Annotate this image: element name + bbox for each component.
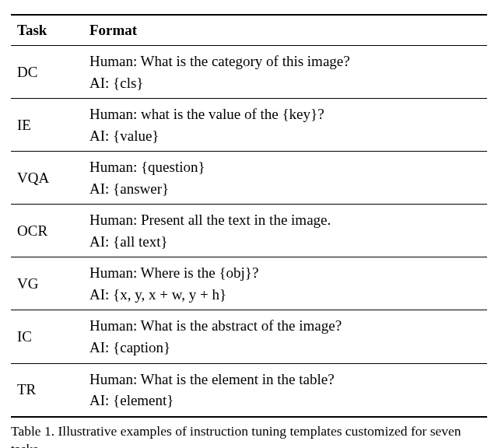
format-cell: Human: What is the category of this imag… xyxy=(85,46,487,99)
human-line: Human: Present all the text in the image… xyxy=(89,209,482,231)
format-cell: Human: Where is the {obj}? AI: {x, y, x … xyxy=(85,257,487,310)
ai-line: AI: {value} xyxy=(89,125,482,147)
human-line: Human: What is the category of this imag… xyxy=(89,51,482,72)
ai-line: AI: {cls} xyxy=(89,72,482,94)
task-cell: OCR xyxy=(11,205,85,257)
header-task: Task xyxy=(11,15,85,46)
ai-line: AI: {x, y, x + w, y + h} xyxy=(89,284,482,306)
human-line: Human: what is the value of the {key}? xyxy=(89,103,482,125)
task-cell: TR xyxy=(11,363,85,417)
format-cell: Human: What is the element in the table?… xyxy=(85,363,487,417)
header-format: Format xyxy=(85,15,487,46)
ai-line: AI: {all text} xyxy=(89,231,482,253)
task-cell: VQA xyxy=(11,152,85,205)
table-row: DC Human: What is the category of this i… xyxy=(11,46,487,99)
format-cell: Human: Present all the text in the image… xyxy=(85,205,487,257)
ai-line: AI: {element} xyxy=(89,390,482,411)
table-row: TR Human: What is the element in the tab… xyxy=(11,363,487,417)
task-cell: IC xyxy=(11,310,85,363)
table-header-row: Task Format xyxy=(11,15,487,46)
table-row: OCR Human: Present all the text in the i… xyxy=(11,205,487,257)
task-cell: IE xyxy=(11,99,85,152)
task-cell: VG xyxy=(11,257,85,310)
table-row: IE Human: what is the value of the {key}… xyxy=(11,99,487,152)
format-cell: Human: {question} AI: {answer} xyxy=(85,152,487,205)
human-line: Human: {question} xyxy=(89,156,482,178)
table-row: IC Human: What is the abstract of the im… xyxy=(11,310,487,363)
ai-line: AI: {caption} xyxy=(89,337,482,359)
instruction-templates-table: Task Format DC Human: What is the catego… xyxy=(11,14,487,418)
format-cell: Human: What is the abstract of the image… xyxy=(85,310,487,363)
table-row: VG Human: Where is the {obj}? AI: {x, y,… xyxy=(11,257,487,310)
human-line: Human: Where is the {obj}? xyxy=(89,262,482,284)
ai-line: AI: {answer} xyxy=(89,178,482,200)
format-cell: Human: what is the value of the {key}? A… xyxy=(85,99,487,152)
task-cell: DC xyxy=(11,46,85,99)
table-caption: Table 1. Illustrative examples of instru… xyxy=(11,422,487,448)
table-row: VQA Human: {question} AI: {answer} xyxy=(11,152,487,205)
human-line: Human: What is the abstract of the image… xyxy=(89,315,482,337)
human-line: Human: What is the element in the table? xyxy=(89,369,482,390)
